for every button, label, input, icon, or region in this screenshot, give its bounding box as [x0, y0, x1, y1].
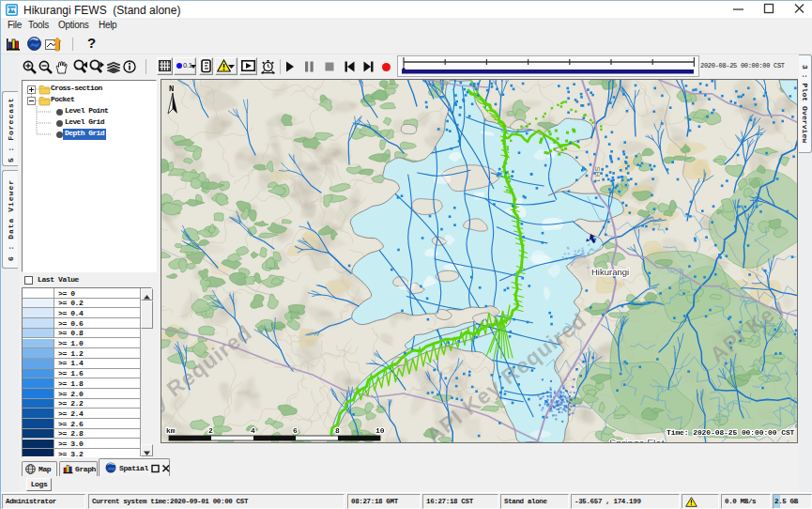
svg-text:km: km	[166, 426, 176, 435]
svg-text:Hikurangi: Hikurangi	[591, 267, 629, 277]
svg-text:SH 1: SH 1	[593, 166, 602, 183]
svg-text:10: 10	[375, 426, 385, 435]
svg-text:6: 6	[293, 426, 298, 435]
svg-text:N: N	[169, 85, 174, 94]
svg-text:4: 4	[251, 426, 255, 435]
svg-text:Time: 2020-08-25 00:00:00 CST: Time: 2020-08-25 00:00:00 CST	[666, 428, 795, 437]
svg-text:8: 8	[335, 426, 340, 435]
svg-text:2: 2	[208, 426, 213, 435]
svg-text:Springs Flat: Springs Flat	[609, 438, 665, 443]
